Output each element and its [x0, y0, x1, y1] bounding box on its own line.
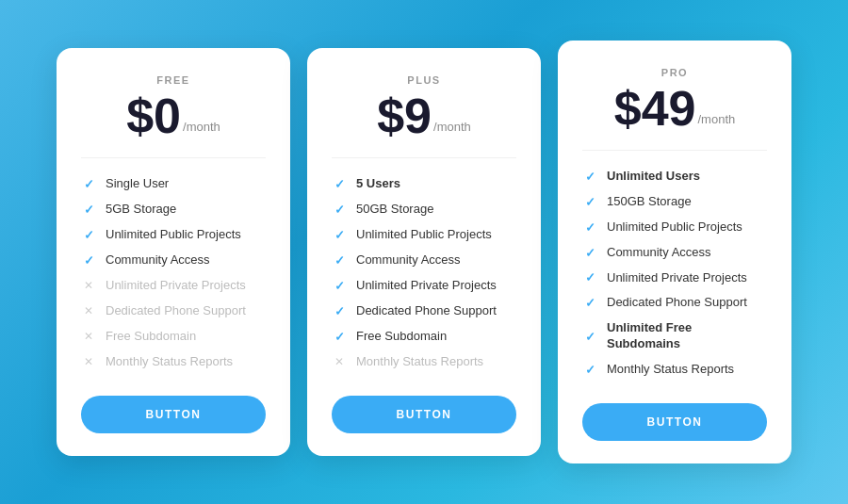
list-item: ✕Dedicated Phone Support: [81, 299, 266, 324]
feature-text: Community Access: [356, 252, 461, 268]
cta-button-pro[interactable]: BUTTON: [582, 403, 767, 441]
check-icon: ✓: [582, 194, 597, 209]
list-item: ✓Community Access: [81, 248, 266, 273]
divider-plus: [332, 157, 516, 158]
cross-icon: ✕: [81, 329, 96, 344]
list-item: ✓Unlimited Public Projects: [582, 215, 767, 240]
list-item: ✓Free Subdomain: [332, 324, 516, 350]
check-icon: ✓: [332, 253, 347, 268]
check-icon: ✓: [81, 203, 96, 218]
check-icon: ✓: [81, 228, 96, 243]
feature-text: Unlimited Users: [607, 169, 700, 185]
check-icon: ✓: [81, 177, 96, 192]
feature-text: Community Access: [607, 245, 711, 261]
check-icon: ✓: [582, 270, 597, 285]
list-item: ✓Unlimited Free Subdomains: [582, 316, 767, 357]
list-item: ✓Unlimited Private Projects: [582, 266, 767, 291]
list-item: ✕Unlimited Private Projects: [81, 273, 266, 299]
plan-name-plus: PLUS: [332, 74, 516, 86]
list-item: ✓5GB Storage: [81, 197, 266, 222]
cta-button-free[interactable]: BUTTON: [81, 396, 266, 433]
price-pro: $49: [614, 84, 696, 133]
divider-pro: [582, 150, 767, 151]
price-period-pro: /month: [698, 113, 736, 125]
features-list-plus: ✓5 Users✓50GB Storage✓Unlimited Public P…: [332, 171, 516, 374]
plan-name-free: FREE: [81, 74, 266, 86]
price-plus: $9: [377, 91, 432, 140]
list-item: ✕Free Subdomain: [81, 324, 266, 350]
feature-text: Free Subdomain: [356, 329, 447, 345]
cross-icon: ✕: [332, 354, 347, 369]
feature-text: 50GB Storage: [356, 202, 433, 218]
feature-text: Dedicated Phone Support: [106, 303, 246, 319]
list-item: ✓Unlimited Public Projects: [81, 222, 266, 248]
check-icon: ✓: [81, 253, 96, 268]
list-item: ✓Community Access: [332, 248, 516, 273]
plan-name-pro: PRO: [582, 67, 767, 78]
features-list-pro: ✓Unlimited Users✓150GB Storage✓Unlimited…: [582, 164, 767, 382]
feature-text: Single User: [106, 176, 169, 192]
list-item: ✓Single User: [81, 171, 266, 197]
list-item: ✓Monthly Status Reports: [582, 357, 767, 382]
feature-text: Unlimited Free Subdomains: [607, 320, 767, 352]
list-item: ✓50GB Storage: [332, 197, 516, 222]
check-icon: ✓: [582, 329, 597, 344]
check-icon: ✓: [332, 278, 347, 293]
check-icon: ✓: [332, 303, 347, 318]
list-item: ✓Unlimited Users: [582, 164, 767, 189]
list-item: ✓5 Users: [332, 171, 516, 197]
cta-button-plus[interactable]: BUTTON: [332, 396, 516, 433]
list-item: ✓150GB Storage: [582, 189, 767, 215]
feature-text: Monthly Status Reports: [106, 354, 233, 370]
check-icon: ✓: [582, 296, 597, 311]
feature-text: 150GB Storage: [607, 194, 692, 210]
check-icon: ✓: [582, 219, 597, 235]
divider-free: [81, 157, 266, 158]
feature-text: Dedicated Phone Support: [356, 303, 497, 319]
feature-text: Community Access: [106, 252, 210, 268]
price-period-plus: /month: [433, 121, 471, 133]
check-icon: ✓: [332, 203, 347, 218]
list-item: ✓Community Access: [582, 240, 767, 266]
card-free: FREE$0/month✓Single User✓5GB Storage✓Unl…: [57, 48, 290, 455]
feature-text: Unlimited Public Projects: [106, 227, 241, 243]
card-pro: PRO$49/month✓Unlimited Users✓150GB Stora…: [558, 41, 791, 463]
feature-text: Unlimited Private Projects: [106, 278, 246, 294]
card-header-pro: PRO$49/month: [582, 67, 767, 133]
check-icon: ✓: [332, 329, 347, 344]
feature-text: 5 Users: [356, 176, 400, 192]
price-row-free: $0/month: [81, 91, 266, 140]
list-item: ✓Unlimited Private Projects: [332, 273, 516, 299]
feature-text: Unlimited Public Projects: [607, 219, 742, 236]
cross-icon: ✕: [81, 278, 96, 293]
feature-text: Unlimited Private Projects: [607, 270, 747, 286]
price-free: $0: [126, 91, 181, 140]
list-item: ✓Dedicated Phone Support: [582, 290, 767, 316]
check-icon: ✓: [582, 169, 597, 184]
feature-text: Unlimited Public Projects: [356, 227, 492, 243]
card-plus: PLUS$9/month✓5 Users✓50GB Storage✓Unlimi…: [307, 48, 541, 455]
list-item: ✓Dedicated Phone Support: [332, 299, 516, 324]
list-item: ✕Monthly Status Reports: [332, 350, 516, 375]
list-item: ✓Unlimited Public Projects: [332, 222, 516, 248]
feature-text: Unlimited Private Projects: [356, 278, 497, 294]
feature-text: Monthly Status Reports: [356, 354, 483, 370]
pricing-container: FREE$0/month✓Single User✓5GB Storage✓Unl…: [38, 22, 810, 482]
check-icon: ✓: [332, 228, 347, 243]
features-list-free: ✓Single User✓5GB Storage✓Unlimited Publi…: [81, 171, 266, 374]
price-row-pro: $49/month: [582, 84, 767, 133]
list-item: ✕Monthly Status Reports: [81, 350, 266, 375]
price-period-free: /month: [183, 121, 220, 133]
check-icon: ✓: [582, 363, 597, 378]
feature-text: Dedicated Phone Support: [607, 295, 747, 311]
check-icon: ✓: [582, 245, 597, 260]
cross-icon: ✕: [81, 303, 96, 318]
feature-text: 5GB Storage: [106, 202, 176, 218]
feature-text: Monthly Status Reports: [607, 362, 734, 378]
price-row-plus: $9/month: [332, 91, 516, 140]
check-icon: ✓: [332, 177, 347, 192]
card-header-plus: PLUS$9/month: [332, 74, 516, 140]
card-header-free: FREE$0/month: [81, 74, 266, 140]
feature-text: Free Subdomain: [106, 329, 196, 345]
cross-icon: ✕: [81, 354, 96, 369]
